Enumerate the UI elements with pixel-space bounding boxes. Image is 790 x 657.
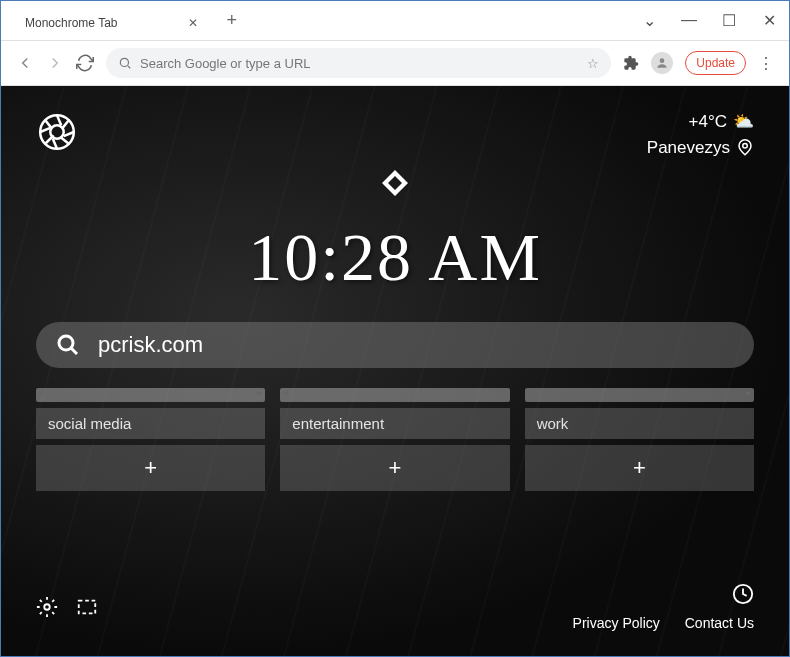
- close-window-button[interactable]: ✕: [759, 11, 779, 30]
- add-shortcut-button[interactable]: +: [280, 445, 509, 491]
- bookmark-star-icon[interactable]: ☆: [587, 56, 599, 71]
- new-tab-button[interactable]: +: [227, 10, 238, 31]
- page-content: +4°C ⛅ Panevezys 10:28 AM: [1, 86, 789, 656]
- browser-tab[interactable]: Monochrome Tab ✕: [11, 10, 212, 36]
- omnibox[interactable]: Search Google or type a URL ☆: [106, 48, 611, 78]
- clock-display: 10:28 AM: [36, 218, 754, 297]
- add-shortcut-button[interactable]: +: [36, 445, 265, 491]
- profile-avatar[interactable]: [651, 52, 673, 74]
- minimize-button[interactable]: —: [679, 11, 699, 30]
- card-scrollbar[interactable]: [36, 388, 265, 402]
- search-icon: [118, 56, 132, 70]
- category-label[interactable]: work: [525, 408, 754, 439]
- window-controls: ⌄ — ☐ ✕: [639, 11, 779, 30]
- svg-point-1: [660, 58, 665, 63]
- svg-point-0: [120, 58, 128, 66]
- temperature: +4°C: [689, 112, 727, 132]
- category-cards: social media + entertainment + work +: [36, 388, 754, 491]
- browser-toolbar: Search Google or type a URL ☆ Update ⋮: [1, 41, 789, 86]
- category-label[interactable]: social media: [36, 408, 265, 439]
- category-card: social media +: [36, 388, 265, 491]
- svg-point-2: [40, 115, 74, 149]
- location-pin-icon: [736, 139, 754, 157]
- svg-point-4: [743, 144, 748, 149]
- weather-icon: ⛅: [733, 111, 754, 132]
- back-button[interactable]: [16, 54, 34, 72]
- tab-title: Monochrome Tab: [25, 16, 118, 30]
- maximize-button[interactable]: ☐: [719, 11, 739, 30]
- svg-point-5: [59, 336, 73, 350]
- reload-button[interactable]: [76, 54, 94, 72]
- card-scrollbar[interactable]: [525, 388, 754, 402]
- contact-link[interactable]: Contact Us: [685, 615, 754, 631]
- search-bar[interactable]: [36, 322, 754, 368]
- forward-button[interactable]: [46, 54, 64, 72]
- weather-widget[interactable]: +4°C ⛅ Panevezys: [647, 111, 754, 158]
- menu-button[interactable]: ⋮: [758, 54, 774, 73]
- fullscreen-button[interactable]: [76, 596, 98, 618]
- chevron-down-icon[interactable]: ⌄: [639, 11, 659, 30]
- location-name: Panevezys: [647, 138, 730, 158]
- update-button[interactable]: Update: [685, 51, 746, 75]
- extensions-icon[interactable]: [623, 55, 639, 71]
- page-footer: Privacy Policy Contact Us: [36, 568, 754, 631]
- card-scrollbar[interactable]: [280, 388, 509, 402]
- category-label[interactable]: entertainment: [280, 408, 509, 439]
- category-card: entertainment +: [280, 388, 509, 491]
- app-logo-icon[interactable]: [36, 111, 78, 153]
- category-card: work +: [525, 388, 754, 491]
- add-shortcut-button[interactable]: +: [525, 445, 754, 491]
- svg-point-6: [44, 604, 50, 610]
- search-input[interactable]: [98, 332, 734, 358]
- close-tab-icon[interactable]: ✕: [188, 16, 198, 30]
- history-button[interactable]: [732, 583, 754, 605]
- privacy-link[interactable]: Privacy Policy: [573, 615, 660, 631]
- titlebar: Monochrome Tab ✕ + ⌄ — ☐ ✕: [1, 1, 789, 41]
- search-icon: [56, 333, 80, 357]
- diamond-icon: [380, 168, 410, 198]
- settings-button[interactable]: [36, 596, 58, 618]
- omnibox-placeholder: Search Google or type a URL: [140, 56, 311, 71]
- svg-rect-7: [79, 601, 96, 614]
